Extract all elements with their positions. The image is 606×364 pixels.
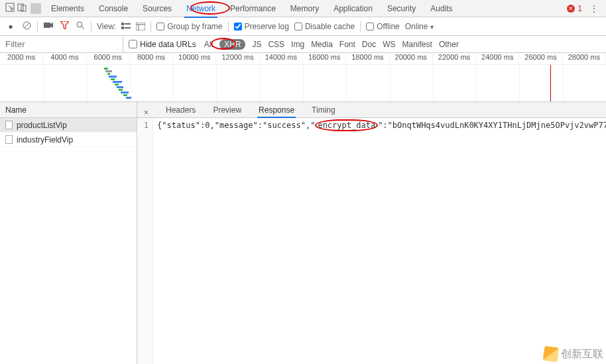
waterfall-bar <box>123 94 127 96</box>
svg-rect-8 <box>121 23 124 25</box>
waterfall-bar <box>111 78 115 80</box>
time-tick: 16000 ms <box>303 53 346 64</box>
time-tick: 8000 ms <box>130 53 173 64</box>
waterfall-bar <box>105 70 112 72</box>
response-body[interactable]: {"status":0,"message":"success","encrypt… <box>153 118 606 364</box>
svg-rect-10 <box>121 27 124 29</box>
request-name: productListVip <box>17 121 67 130</box>
detail-tab-headers[interactable]: Headers <box>164 103 197 117</box>
time-tick: 6000 ms <box>87 53 130 64</box>
time-tick: 22000 ms <box>433 53 476 64</box>
tab-network[interactable]: Network <box>179 0 223 17</box>
waterfall-bar <box>115 84 119 86</box>
time-tick: 18000 ms <box>346 53 389 64</box>
error-count: 1 <box>577 4 582 13</box>
clear-icon[interactable] <box>21 21 32 32</box>
preserve-log[interactable]: Preserve log <box>234 22 289 31</box>
filter-input[interactable] <box>0 36 123 52</box>
tab-audits[interactable]: Audits <box>423 0 459 17</box>
timeline-overview[interactable]: 2000 ms4000 ms6000 ms8000 ms10000 ms1200… <box>0 53 606 102</box>
svg-line-4 <box>25 23 29 28</box>
group-by-frame[interactable]: Group by frame <box>156 22 222 31</box>
svg-rect-5 <box>44 23 50 28</box>
detail-tab-preview[interactable]: Preview <box>212 103 243 117</box>
tab-sources[interactable]: Sources <box>135 0 179 17</box>
name-column-header[interactable]: Name <box>0 102 137 118</box>
waterfall-bar <box>117 86 123 88</box>
tab-performance[interactable]: Performance <box>223 0 283 17</box>
line-gutter: 1 <box>137 118 153 364</box>
tab-memory[interactable]: Memory <box>283 0 326 17</box>
time-tick: 14000 ms <box>260 53 303 64</box>
filter-icon[interactable] <box>59 21 70 31</box>
throttling-select[interactable]: Online ▾ <box>405 22 434 31</box>
watermark: 创新互联 <box>544 347 603 361</box>
filter-type-doc[interactable]: Doc <box>362 40 376 49</box>
request-row[interactable]: industryFieldVip <box>0 133 137 147</box>
time-tick: 4000 ms <box>43 53 86 64</box>
time-tick: 10000 ms <box>173 53 216 64</box>
filter-type-css[interactable]: CSS <box>268 40 284 49</box>
svg-line-7 <box>82 27 84 29</box>
waterfall-bar <box>109 76 117 78</box>
view-label: View: <box>97 22 116 31</box>
record-icon[interactable]: ● <box>5 22 16 31</box>
disable-cache[interactable]: Disable cache <box>294 22 355 31</box>
time-tick: 20000 ms <box>390 53 433 64</box>
view-detail-icon[interactable] <box>136 23 145 30</box>
filter-type-xhr[interactable]: XHR <box>219 39 245 50</box>
filter-type-manifest[interactable]: Manifest <box>402 40 432 49</box>
more-icon[interactable]: ⋮ <box>586 4 602 13</box>
camera-icon[interactable] <box>43 21 54 31</box>
watermark-logo-icon <box>543 346 560 363</box>
time-tick: 24000 ms <box>476 53 519 64</box>
tab-application[interactable]: Application <box>326 0 380 17</box>
filter-type-font[interactable]: Font <box>339 40 355 49</box>
file-icon <box>5 135 13 144</box>
waterfall-bar <box>119 89 123 91</box>
offline[interactable]: Offline <box>366 22 399 31</box>
svg-rect-0 <box>6 3 14 11</box>
inspect-icon[interactable] <box>4 3 16 14</box>
filter-type-other[interactable]: Other <box>439 40 459 49</box>
filter-type-img[interactable]: Img <box>291 40 304 49</box>
filter-type-ws[interactable]: WS <box>383 40 395 49</box>
svg-rect-9 <box>125 23 131 25</box>
filter-type-media[interactable]: Media <box>311 40 333 49</box>
time-tick: 2000 ms <box>0 53 43 64</box>
waterfall-bar <box>113 81 122 83</box>
filter-type-js[interactable]: JS <box>252 40 261 49</box>
svg-rect-11 <box>125 27 131 29</box>
request-name: industryFieldVip <box>17 135 73 145</box>
waterfall-bar <box>107 73 110 75</box>
waterfall-bar <box>126 97 131 99</box>
view-list-icon[interactable] <box>121 23 131 30</box>
tab-elements[interactable]: Elements <box>44 0 91 17</box>
filter-type-all[interactable]: All <box>204 40 213 49</box>
detail-tab-response[interactable]: Response <box>257 103 296 117</box>
error-badge[interactable]: ✕ 1 <box>567 4 586 13</box>
waterfall-bar <box>121 91 129 93</box>
request-row[interactable]: productListVip <box>0 118 137 133</box>
annotation-highlight-encrypt-data: encrypt_data <box>315 119 378 131</box>
tab-security[interactable]: Security <box>380 0 423 17</box>
search-icon[interactable] <box>75 21 86 32</box>
error-icon: ✕ <box>567 5 575 13</box>
time-tick: 12000 ms <box>216 53 259 64</box>
waterfall-bar <box>104 68 108 70</box>
device-icon[interactable] <box>16 3 28 14</box>
svg-rect-12 <box>136 23 145 30</box>
svg-point-6 <box>77 22 82 27</box>
detail-tab-timing[interactable]: Timing <box>310 103 337 117</box>
close-icon[interactable]: × <box>144 108 152 117</box>
time-tick: 28000 ms <box>563 53 606 64</box>
file-icon <box>5 121 13 129</box>
time-tick: 26000 ms <box>519 53 562 64</box>
hide-data-urls[interactable]: Hide data URLs <box>123 40 202 49</box>
tab-console[interactable]: Console <box>91 0 135 17</box>
